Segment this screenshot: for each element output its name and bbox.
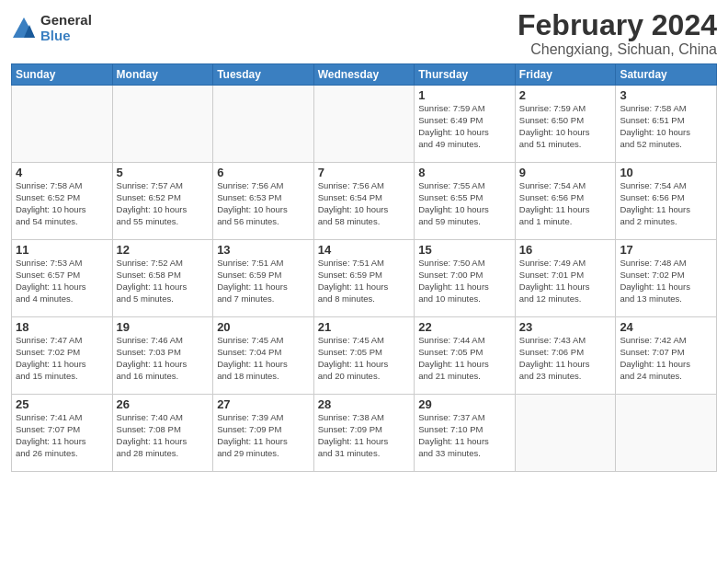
calendar-cell: 9Sunrise: 7:54 AM Sunset: 6:56 PM Daylig… xyxy=(515,163,616,240)
day-number: 3 xyxy=(620,88,712,102)
day-number: 14 xyxy=(318,243,411,257)
day-number: 10 xyxy=(620,166,712,179)
day-number: 15 xyxy=(418,243,511,257)
day-number: 19 xyxy=(117,320,210,334)
day-number: 27 xyxy=(217,397,310,411)
day-info: Sunrise: 7:57 AM Sunset: 6:52 PM Dayligh… xyxy=(117,180,210,227)
day-number: 28 xyxy=(318,397,411,411)
calendar-cell: 4Sunrise: 7:58 AM Sunset: 6:52 PM Daylig… xyxy=(12,163,113,240)
day-info: Sunrise: 7:56 AM Sunset: 6:53 PM Dayligh… xyxy=(217,180,310,227)
day-number: 13 xyxy=(217,243,310,257)
calendar-cell: 13Sunrise: 7:51 AM Sunset: 6:59 PM Dayli… xyxy=(213,240,314,317)
calendar-cell: 19Sunrise: 7:46 AM Sunset: 7:03 PM Dayli… xyxy=(112,317,213,395)
day-number: 18 xyxy=(16,320,108,334)
day-info: Sunrise: 7:55 AM Sunset: 6:55 PM Dayligh… xyxy=(418,180,511,227)
calendar-cell: 1Sunrise: 7:59 AM Sunset: 6:49 PM Daylig… xyxy=(415,86,516,163)
day-info: Sunrise: 7:52 AM Sunset: 6:58 PM Dayligh… xyxy=(117,258,210,304)
day-info: Sunrise: 7:38 AM Sunset: 7:09 PM Dayligh… xyxy=(318,412,411,459)
header-saturday: Saturday xyxy=(616,64,717,86)
calendar-cell: 20Sunrise: 7:45 AM Sunset: 7:04 PM Dayli… xyxy=(213,317,314,395)
day-info: Sunrise: 7:47 AM Sunset: 7:02 PM Dayligh… xyxy=(16,335,108,382)
calendar-cell: 8Sunrise: 7:55 AM Sunset: 6:55 PM Daylig… xyxy=(415,163,516,240)
month-title: February 2024 xyxy=(518,9,717,41)
calendar-cell: 5Sunrise: 7:57 AM Sunset: 6:52 PM Daylig… xyxy=(112,163,213,240)
calendar-cell: 22Sunrise: 7:44 AM Sunset: 7:05 PM Dayli… xyxy=(415,317,516,395)
day-info: Sunrise: 7:39 AM Sunset: 7:09 PM Dayligh… xyxy=(217,412,310,459)
calendar-cell: 29Sunrise: 7:37 AM Sunset: 7:10 PM Dayli… xyxy=(415,395,516,472)
day-number: 2 xyxy=(519,88,612,102)
day-number: 8 xyxy=(418,166,511,179)
day-number: 12 xyxy=(117,243,210,257)
calendar-cell xyxy=(616,395,717,472)
day-number: 21 xyxy=(318,320,411,334)
day-info: Sunrise: 7:45 AM Sunset: 7:04 PM Dayligh… xyxy=(217,335,310,382)
calendar-cell: 6Sunrise: 7:56 AM Sunset: 6:53 PM Daylig… xyxy=(213,163,314,240)
calendar-cell: 27Sunrise: 7:39 AM Sunset: 7:09 PM Dayli… xyxy=(213,395,314,472)
weekday-header-row: Sunday Monday Tuesday Wednesday Thursday… xyxy=(12,64,717,86)
logo: General Blue xyxy=(11,13,92,43)
calendar-cell: 14Sunrise: 7:51 AM Sunset: 6:59 PM Dayli… xyxy=(313,240,415,317)
day-number: 5 xyxy=(117,166,210,179)
calendar-cell: 7Sunrise: 7:56 AM Sunset: 6:54 PM Daylig… xyxy=(313,163,415,240)
location-title: Chengxiang, Sichuan, China xyxy=(518,41,717,58)
day-number: 22 xyxy=(418,320,511,334)
day-info: Sunrise: 7:58 AM Sunset: 6:51 PM Dayligh… xyxy=(620,103,712,150)
day-number: 6 xyxy=(217,166,310,179)
header: General Blue February 2024 Chengxiang, S… xyxy=(11,9,717,58)
header-wednesday: Wednesday xyxy=(313,64,415,86)
calendar-container: General Blue February 2024 Chengxiang, S… xyxy=(0,0,728,563)
day-info: Sunrise: 7:53 AM Sunset: 6:57 PM Dayligh… xyxy=(16,258,108,304)
calendar-cell: 24Sunrise: 7:42 AM Sunset: 7:07 PM Dayli… xyxy=(616,317,717,395)
header-monday: Monday xyxy=(112,64,213,86)
day-info: Sunrise: 7:44 AM Sunset: 7:05 PM Dayligh… xyxy=(418,335,511,382)
logo-icon xyxy=(11,16,37,41)
calendar-cell: 25Sunrise: 7:41 AM Sunset: 7:07 PM Dayli… xyxy=(12,395,113,472)
day-number: 29 xyxy=(418,397,511,411)
header-thursday: Thursday xyxy=(415,64,516,86)
day-number: 23 xyxy=(519,320,612,334)
day-info: Sunrise: 7:56 AM Sunset: 6:54 PM Dayligh… xyxy=(318,180,411,227)
logo-general-text: General xyxy=(40,13,92,29)
calendar-week-5: 25Sunrise: 7:41 AM Sunset: 7:07 PM Dayli… xyxy=(12,395,717,472)
calendar-week-4: 18Sunrise: 7:47 AM Sunset: 7:02 PM Dayli… xyxy=(12,317,717,395)
header-sunday: Sunday xyxy=(12,64,113,86)
day-info: Sunrise: 7:48 AM Sunset: 7:02 PM Dayligh… xyxy=(620,258,712,304)
calendar-cell: 26Sunrise: 7:40 AM Sunset: 7:08 PM Dayli… xyxy=(112,395,213,472)
calendar-cell xyxy=(213,86,314,163)
calendar-table: Sunday Monday Tuesday Wednesday Thursday… xyxy=(11,63,717,472)
header-friday: Friday xyxy=(515,64,616,86)
day-info: Sunrise: 7:45 AM Sunset: 7:05 PM Dayligh… xyxy=(318,335,411,382)
day-info: Sunrise: 7:51 AM Sunset: 6:59 PM Dayligh… xyxy=(217,258,310,304)
calendar-cell: 3Sunrise: 7:58 AM Sunset: 6:51 PM Daylig… xyxy=(616,86,717,163)
day-info: Sunrise: 7:51 AM Sunset: 6:59 PM Dayligh… xyxy=(318,258,411,304)
calendar-cell xyxy=(515,395,616,472)
calendar-week-3: 11Sunrise: 7:53 AM Sunset: 6:57 PM Dayli… xyxy=(12,240,717,317)
day-number: 16 xyxy=(519,243,612,257)
day-number: 1 xyxy=(418,88,511,102)
calendar-cell xyxy=(12,86,113,163)
calendar-cell xyxy=(112,86,213,163)
calendar-cell: 12Sunrise: 7:52 AM Sunset: 6:58 PM Dayli… xyxy=(112,240,213,317)
day-info: Sunrise: 7:59 AM Sunset: 6:50 PM Dayligh… xyxy=(519,103,612,150)
calendar-week-1: 1Sunrise: 7:59 AM Sunset: 6:49 PM Daylig… xyxy=(12,86,717,163)
calendar-cell: 10Sunrise: 7:54 AM Sunset: 6:56 PM Dayli… xyxy=(616,163,717,240)
day-number: 20 xyxy=(217,320,310,334)
calendar-cell: 11Sunrise: 7:53 AM Sunset: 6:57 PM Dayli… xyxy=(12,240,113,317)
logo-blue-text: Blue xyxy=(40,29,92,44)
day-number: 7 xyxy=(318,166,411,179)
day-number: 26 xyxy=(117,397,210,411)
day-info: Sunrise: 7:50 AM Sunset: 7:00 PM Dayligh… xyxy=(418,258,511,304)
calendar-cell: 16Sunrise: 7:49 AM Sunset: 7:01 PM Dayli… xyxy=(515,240,616,317)
calendar-cell: 21Sunrise: 7:45 AM Sunset: 7:05 PM Dayli… xyxy=(313,317,415,395)
calendar-cell xyxy=(313,86,415,163)
calendar-cell: 18Sunrise: 7:47 AM Sunset: 7:02 PM Dayli… xyxy=(12,317,113,395)
calendar-cell: 15Sunrise: 7:50 AM Sunset: 7:00 PM Dayli… xyxy=(415,240,516,317)
day-info: Sunrise: 7:41 AM Sunset: 7:07 PM Dayligh… xyxy=(16,412,108,459)
day-info: Sunrise: 7:59 AM Sunset: 6:49 PM Dayligh… xyxy=(418,103,511,150)
day-number: 17 xyxy=(620,243,712,257)
calendar-cell: 17Sunrise: 7:48 AM Sunset: 7:02 PM Dayli… xyxy=(616,240,717,317)
day-info: Sunrise: 7:42 AM Sunset: 7:07 PM Dayligh… xyxy=(620,335,712,382)
day-info: Sunrise: 7:54 AM Sunset: 6:56 PM Dayligh… xyxy=(620,180,712,227)
day-number: 11 xyxy=(16,243,108,257)
day-number: 25 xyxy=(16,397,108,411)
